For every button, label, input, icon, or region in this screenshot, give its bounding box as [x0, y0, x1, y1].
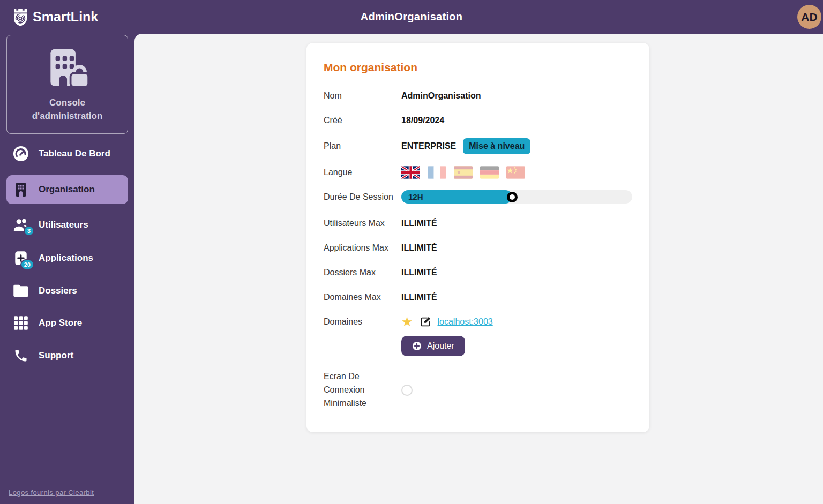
flag-china-icon[interactable] [506, 166, 525, 179]
domaines-max-label: Domaines Max [324, 292, 401, 302]
field-row-nom: Nom AdminOrganisation [324, 89, 632, 102]
domain-link[interactable]: localhost:3003 [438, 317, 493, 327]
session-duration-slider[interactable]: 12H [401, 190, 632, 204]
clearbit-credit-link[interactable]: Logos fournis par Clearbit [9, 488, 94, 497]
language-flags [401, 166, 525, 179]
nom-value: AdminOrganisation [401, 91, 481, 101]
sidebar-item-label: Organisation [39, 184, 95, 195]
sidebar-item-label: Utilisateurs [39, 220, 88, 230]
organisation-card: Mon organisation Nom AdminOrganisation C… [306, 43, 649, 432]
sidebar-item-utilisateurs[interactable]: 3 Utilisateurs [6, 213, 128, 237]
sidebar-item-label: Support [39, 350, 73, 361]
add-domain-button[interactable]: Ajouter [401, 336, 465, 356]
utilisateurs-max-value: ILLIMITÉ [401, 219, 437, 228]
page-title: AdminOrganisation [0, 11, 823, 23]
sidebar-item-support[interactable]: Support [6, 344, 128, 367]
dossiers-max-value: ILLIMITÉ [401, 268, 437, 277]
console-label: Console d'administration [14, 96, 120, 123]
plan-value: ENTERPRISE [401, 141, 456, 151]
domaines-label: Domaines [324, 317, 395, 327]
grid-icon [13, 315, 29, 330]
user-avatar[interactable]: AD [797, 5, 821, 29]
sidebar-item-organisation[interactable]: Organisation [6, 175, 128, 204]
minimal-login-checkbox[interactable] [401, 385, 413, 396]
plan-label: Plan [324, 141, 401, 151]
avatar-initials: AD [801, 11, 817, 24]
sidebar: Console d'administration Tableau De Bord [0, 34, 134, 504]
shield-fingerprint-icon [12, 7, 29, 27]
ecran-label: Ecran De Connexion Minimaliste [324, 370, 401, 410]
flag-germany-icon[interactable] [480, 166, 499, 179]
top-bar: SmartLink AdminOrganisation AD [0, 0, 823, 34]
cree-label: Créé [324, 116, 401, 125]
sidebar-item-label: Dossiers [39, 285, 77, 296]
domaines-max-value: ILLIMITÉ [401, 292, 437, 302]
session-value: 12H [408, 192, 423, 201]
users-icon: 3 [13, 217, 29, 232]
field-row-dossiers-max: Dossiers Max ILLIMITÉ [324, 266, 632, 279]
session-slider-fill: 12H [401, 190, 512, 204]
sidebar-item-app-store[interactable]: App Store [6, 311, 128, 335]
field-row-cree: Créé 18/09/2024 [324, 114, 632, 127]
dashboard-icon [13, 146, 29, 162]
star-icon[interactable]: ★ [401, 315, 413, 328]
brand-name: SmartLink [33, 9, 98, 25]
nom-label: Nom [324, 91, 401, 101]
field-row-langue: Langue [324, 166, 632, 179]
brand-logo[interactable]: SmartLink [0, 7, 98, 27]
folder-icon [13, 284, 29, 298]
sidebar-item-label: Applications [39, 253, 93, 264]
applications-max-label: Applications Max [324, 243, 401, 253]
sidebar-item-label: Tableau De Bord [39, 148, 110, 159]
field-row-utilisateurs-max: Utilisateurs Max ILLIMITÉ [324, 216, 632, 230]
utilisateurs-max-label: Utilisateurs Max [324, 219, 401, 228]
field-row-plan: Plan ENTERPRISE Mise à niveau [324, 138, 632, 154]
sidebar-item-dossiers[interactable]: Dossiers [6, 280, 128, 302]
ajouter-row: Ajouter [401, 336, 632, 356]
langue-label: Langue [324, 168, 401, 177]
applications-max-value: ILLIMITÉ [401, 243, 437, 253]
main-content: Mon organisation Nom AdminOrganisation C… [134, 34, 823, 504]
field-row-session: Durée De Session 12H [324, 190, 632, 204]
phone-icon [13, 348, 29, 363]
flag-uk-icon[interactable] [401, 166, 420, 179]
cree-value: 18/09/2024 [401, 116, 444, 125]
app-plus-icon: 20 [13, 250, 29, 266]
flag-spain-icon[interactable] [454, 166, 473, 179]
field-row-domaines: Domaines ★ localhost:3003 [324, 315, 632, 328]
flag-france-icon[interactable] [428, 166, 446, 179]
building-lock-icon [42, 47, 93, 91]
edit-icon[interactable] [420, 316, 431, 328]
applications-count-badge: 20 [20, 259, 34, 270]
sidebar-item-label: App Store [39, 318, 82, 328]
session-label: Durée De Session [324, 192, 401, 202]
dossiers-max-label: Dossiers Max [324, 268, 401, 277]
sidebar-nav: Tableau De Bord Organisation [6, 141, 128, 367]
field-row-applications-max: Applications Max ILLIMITÉ [324, 241, 632, 254]
field-row-ecran: Ecran De Connexion Minimaliste [324, 370, 632, 410]
ajouter-label: Ajouter [427, 341, 454, 351]
upgrade-button[interactable]: Mise à niveau [463, 138, 530, 154]
users-count-badge: 3 [24, 225, 34, 236]
card-title: Mon organisation [324, 61, 632, 74]
field-row-domaines-max: Domaines Max ILLIMITÉ [324, 290, 632, 304]
sidebar-item-applications[interactable]: 20 Applications [6, 246, 128, 270]
sidebar-item-tableau-de-bord[interactable]: Tableau De Bord [6, 141, 128, 166]
plus-circle-icon [412, 341, 422, 351]
admin-console-box[interactable]: Console d'administration [6, 35, 128, 134]
building-icon [13, 182, 29, 197]
session-slider-thumb[interactable] [507, 192, 518, 202]
